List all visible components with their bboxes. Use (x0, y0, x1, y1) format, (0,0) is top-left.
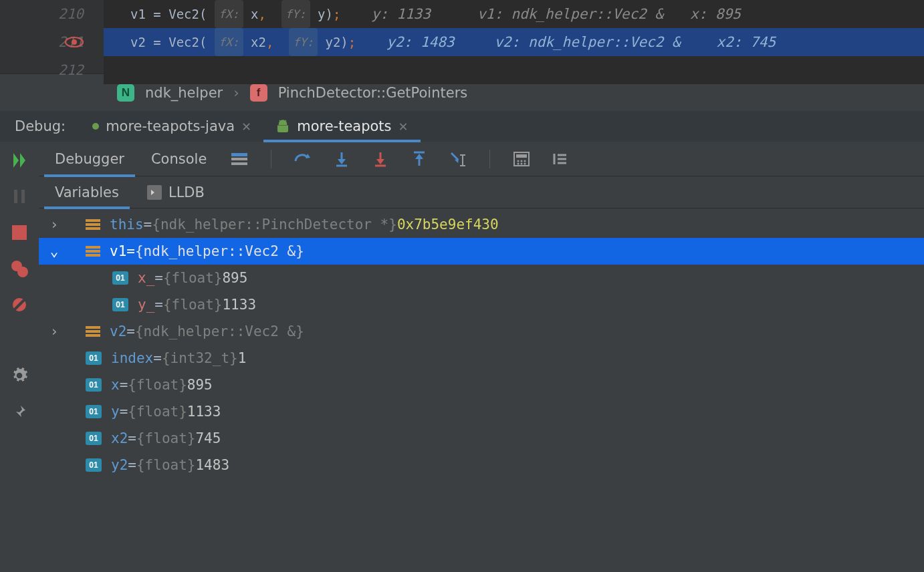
var-value: 895 (222, 270, 247, 286)
tab-native[interactable]: more-teapots ✕ (263, 111, 420, 142)
tab-label: more-teapots (297, 118, 391, 134)
breadcrumb-sep: › (233, 85, 239, 101)
svg-rect-11 (231, 162, 247, 165)
function-icon: f (250, 84, 267, 102)
code-fn: Vec2 (168, 28, 199, 56)
code-area[interactable]: v1 = Vec2( fX: x, fY: y); y: 1133 v1: nd… (104, 0, 924, 74)
inline-hint: v1: ndk_helper::Vec2 & (477, 0, 663, 28)
primitive-icon: 01 (112, 298, 128, 311)
tab-label: more-teapots-java (106, 118, 235, 134)
var-name: v1 (110, 243, 126, 259)
step-into-button[interactable] (332, 149, 352, 169)
var-type: {int32_t} (162, 350, 238, 366)
svg-point-24 (521, 160, 523, 162)
expand-icon[interactable]: › (45, 323, 63, 339)
svg-point-23 (517, 160, 519, 162)
step-over-button[interactable] (293, 149, 313, 169)
watch-icon[interactable] (63, 35, 86, 49)
debug-label: Debug: (0, 118, 80, 134)
tab-variables[interactable]: Variables (51, 176, 123, 208)
svg-rect-4 (12, 225, 27, 240)
var-name: this (110, 217, 144, 233)
settings-button[interactable] (9, 365, 30, 386)
param-hint: fX: (215, 28, 243, 56)
tab-lldb[interactable]: LLDB (143, 176, 209, 208)
primitive-icon: 01 (112, 271, 128, 285)
param-hint: fY: (281, 0, 310, 28)
svg-rect-3 (21, 190, 25, 203)
var-type: {float} (128, 404, 187, 420)
android-icon (275, 119, 290, 134)
tab-debugger[interactable]: Debugger (51, 142, 128, 176)
code-line-current: v2 = Vec2( fX: x2, fY: y2); y2: 1483 v2:… (104, 28, 924, 56)
line-number: 210 (0, 0, 84, 28)
line-number: 212 (0, 56, 84, 84)
force-step-into-button[interactable] (370, 149, 390, 169)
svg-point-1 (72, 39, 77, 45)
pin-button[interactable] (9, 401, 30, 422)
var-value: 1 (238, 350, 247, 366)
inline-hint: y2: 1483 (386, 28, 454, 56)
pause-button[interactable] (9, 186, 30, 207)
variables-panel: › this = {ndk_helper::PinchDetector *} 0… (39, 208, 924, 572)
tab-java[interactable]: more-teapots-java ✕ (80, 111, 263, 142)
object-icon (86, 326, 100, 337)
tab-console[interactable]: Console (147, 142, 211, 176)
debug-subtabs: Variables LLDB (39, 176, 924, 208)
svg-point-25 (524, 160, 526, 162)
close-icon[interactable]: ✕ (398, 120, 409, 134)
var-value: 895 (187, 377, 213, 393)
primitive-icon: 01 (86, 351, 102, 365)
var-row-this[interactable]: › this = {ndk_helper::PinchDetector *} 0… (39, 211, 924, 238)
var-row-index[interactable]: 01 index = {int32_t} 1 (39, 345, 924, 372)
var-row-y_[interactable]: 01 y_ = {float} 1133 (39, 291, 924, 318)
var-type: {ndk_helper::Vec2 &} (135, 243, 304, 259)
var-value: 1483 (195, 457, 229, 473)
namespace-icon: N (117, 84, 134, 102)
svg-point-26 (517, 162, 519, 164)
svg-rect-22 (516, 154, 527, 158)
run-to-cursor-button[interactable] (448, 149, 468, 169)
var-row-x2[interactable]: 01 x2 = {float} 745 (39, 425, 924, 452)
var-name: x (111, 377, 120, 393)
var-name: v2 (110, 323, 126, 339)
view-breakpoints-button[interactable] (9, 258, 30, 279)
svg-point-6 (17, 267, 28, 277)
var-type: {float} (128, 377, 187, 393)
var-name: index (111, 350, 153, 366)
close-icon[interactable]: ✕ (241, 120, 251, 134)
stop-button[interactable] (9, 222, 30, 243)
evaluate-button[interactable] (511, 149, 532, 169)
inline-hint: x: 895 (690, 0, 741, 28)
var-row-y2[interactable]: 01 y2 = {float} 1483 (39, 452, 924, 478)
breadcrumb-ns[interactable]: ndk_helper (145, 85, 223, 101)
step-out-button[interactable] (409, 149, 429, 169)
var-row-v1[interactable]: ⌄ v1 = {ndk_helper::Vec2 &} (39, 238, 924, 265)
code-arg: y2 (325, 28, 340, 56)
var-type: {float} (136, 457, 196, 473)
resume-button[interactable] (9, 150, 30, 171)
breadcrumb-fn[interactable]: PinchDetector::GetPointers (278, 85, 468, 101)
status-dot-icon (92, 123, 99, 130)
code-fn: Vec2 (168, 0, 199, 28)
var-row-v2[interactable]: › v2 = {ndk_helper::Vec2 &} (39, 318, 924, 345)
var-row-y[interactable]: 01 y = {float} 1133 (39, 398, 924, 425)
trace-button[interactable] (550, 149, 570, 169)
mute-breakpoints-button[interactable] (9, 294, 30, 315)
var-type: {ndk_helper::Vec2 &} (135, 323, 304, 339)
var-row-x[interactable]: 01 x = {float} 895 (39, 372, 924, 398)
svg-rect-9 (231, 153, 247, 156)
var-type: {ndk_helper::PinchDetector *} (152, 217, 397, 233)
var-type: {float} (136, 430, 196, 446)
var-row-x_[interactable]: 01 x_ = {float} 895 (39, 265, 924, 291)
debug-tabs: Debug: more-teapots-java ✕ more-teapots … (0, 111, 924, 142)
debug-sidebar (0, 142, 39, 572)
threads-icon[interactable] (229, 149, 249, 169)
expand-icon[interactable]: › (45, 217, 63, 233)
debug-toolbar: Debugger Console (39, 142, 924, 176)
code-var: v1 (130, 0, 146, 28)
collapse-icon[interactable]: ⌄ (45, 243, 63, 259)
inline-hint: v2: ndk_helper::Vec2 & (494, 28, 680, 56)
var-name: y (111, 404, 120, 420)
svg-rect-2 (14, 190, 17, 203)
